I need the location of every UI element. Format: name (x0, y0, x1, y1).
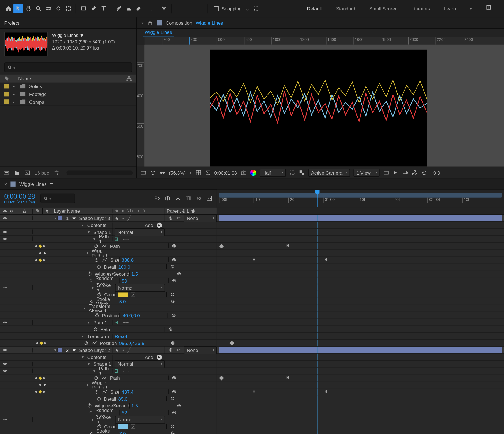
layer-bar[interactable] (219, 347, 502, 353)
prop-group[interactable]: Contents (87, 222, 106, 228)
panel-menu-icon[interactable]: ≡ (22, 20, 25, 25)
project-item[interactable]: ▸Comps (0, 98, 136, 106)
prop-name[interactable]: Detail (104, 264, 116, 269)
prop-value[interactable]: 1.5 (131, 271, 138, 276)
prop-value[interactable]: 388.8 (122, 257, 134, 262)
motion-blur-icon[interactable] (196, 195, 202, 201)
twirl-down-icon[interactable]: ▾ (92, 369, 96, 373)
prop-value[interactable]: 437.4 (122, 389, 134, 394)
prop-value[interactable]: 956.0,436.5 (119, 341, 144, 346)
timeline-row[interactable]: Stroke Width7.0 (0, 430, 504, 434)
lock-column-icon[interactable] (22, 208, 27, 213)
prop-name[interactable]: Size (110, 389, 120, 394)
twirl-icon[interactable]: ▸ (13, 100, 16, 104)
exposure[interactable]: +0.0 (431, 170, 440, 175)
flowchart-icon[interactable] (126, 76, 132, 81)
flowchart2-icon[interactable] (412, 170, 418, 176)
layer-name[interactable]: Shape Layer 2 (79, 348, 110, 353)
add-menu-icon[interactable]: ▸ (157, 222, 162, 228)
expression-icon[interactable] (171, 278, 177, 283)
label-column-icon[interactable] (35, 208, 40, 213)
hand-tool[interactable] (24, 4, 33, 13)
zoom-tool[interactable] (33, 4, 43, 13)
interpret-icon[interactable] (3, 170, 10, 176)
stopwatch-on-icon[interactable] (94, 389, 99, 394)
current-time[interactable]: 0;00;01;03 (214, 170, 237, 175)
prop-group[interactable]: Path 1 (93, 320, 107, 325)
stopwatch-icon[interactable] (90, 431, 94, 434)
color-swatch[interactable] (118, 292, 128, 297)
add-menu-icon[interactable]: ▸ (157, 354, 162, 360)
trash-icon[interactable] (53, 170, 60, 176)
eye-icon[interactable] (3, 285, 7, 290)
roi-icon[interactable] (289, 170, 295, 176)
graph-icon[interactable] (91, 340, 97, 346)
twirl-down-icon[interactable]: ▾ (53, 216, 57, 220)
prop-name[interactable]: Detail (104, 396, 116, 401)
eye-icon[interactable] (3, 236, 7, 241)
timeline-row[interactable]: ▾Path 1 (0, 319, 504, 326)
pickwhip-icon[interactable] (176, 216, 181, 220)
home-icon[interactable] (3, 4, 13, 13)
prop-name[interactable]: Position (102, 313, 119, 318)
expression-icon[interactable] (170, 341, 176, 346)
expression-icon[interactable] (169, 424, 175, 429)
label-color[interactable] (57, 348, 62, 352)
project-item[interactable]: ▸Footage (0, 90, 136, 98)
twirl-down-icon[interactable]: ▾ (81, 355, 85, 359)
graph-icon[interactable] (102, 389, 108, 395)
prop-group[interactable]: Contents (87, 354, 106, 360)
expression-icon[interactable] (168, 348, 174, 352)
prop-name[interactable]: Position (100, 341, 117, 346)
fast-preview-icon[interactable] (393, 170, 399, 176)
comp-subtab[interactable]: Wiggle Lines (143, 29, 174, 36)
clone-stamp-tool[interactable] (124, 4, 133, 13)
prop-value[interactable]: -40.0,0.0 (121, 313, 140, 318)
timeline-row[interactable]: ▾ContentsAdd:▸ (0, 354, 504, 361)
path-shape-icon[interactable] (115, 237, 121, 241)
timeline-row[interactable]: ◂◆▸Size437.4ⲾⲾ (0, 388, 504, 395)
timeline-row[interactable]: ▾Transform: Shape 1 (0, 305, 504, 312)
expression-icon[interactable] (168, 327, 174, 332)
lock-icon[interactable] (147, 20, 153, 26)
twirl-down-icon[interactable]: ▾ (87, 383, 89, 387)
graph-icon[interactable] (102, 257, 108, 263)
timeline-row[interactable]: ▾Path 1 (0, 368, 504, 375)
grid-icon[interactable] (195, 170, 201, 176)
roto-brush-tool[interactable] (149, 4, 158, 13)
layer-name-column[interactable]: Layer Name (52, 208, 113, 214)
panel-menu-icon[interactable]: ≡ (227, 20, 229, 25)
eye-icon[interactable] (3, 417, 7, 422)
layer-bar[interactable] (219, 215, 502, 221)
expression-icon[interactable] (168, 216, 174, 220)
pan-behind-tool[interactable] (63, 4, 73, 13)
solo-column-icon[interactable] (16, 208, 20, 213)
rotation-tool[interactable] (53, 4, 63, 13)
eye-icon[interactable] (3, 320, 7, 325)
project-search[interactable]: ▾ (4, 62, 132, 72)
timeline-row[interactable]: ▾TransformReset (0, 333, 504, 340)
stopwatch-on-icon[interactable] (84, 341, 88, 346)
path-mirror-icon[interactable] (123, 237, 129, 241)
prop-value[interactable]: 5.0 (119, 299, 126, 304)
prop-value[interactable]: 1.5 (131, 403, 138, 408)
expression-icon[interactable] (169, 396, 176, 401)
twirl-icon[interactable]: ▸ (13, 92, 16, 96)
snapshot-icon[interactable] (241, 170, 247, 176)
puppet-tool[interactable] (159, 4, 169, 13)
timeline-search[interactable]: ▾ (40, 194, 75, 203)
draft3d-icon[interactable] (165, 195, 171, 201)
reset-link[interactable]: Reset (115, 334, 127, 339)
audio-column-icon[interactable] (9, 208, 14, 213)
parent-dropdown[interactable]: None (184, 346, 217, 354)
timeline-row[interactable]: ▾Stroke 1Normal (0, 416, 504, 423)
twirl-down-icon[interactable]: ▾ (81, 334, 85, 338)
comp-name[interactable]: Wiggle Lines (196, 20, 223, 25)
prop-value[interactable]: 85.0 (118, 396, 127, 401)
views-dropdown[interactable]: 1 View (353, 169, 379, 177)
twirl-down-icon[interactable]: ▾ (87, 251, 89, 255)
composition-viewport[interactable] (144, 45, 504, 166)
twirl-down-icon[interactable]: ▾ (91, 285, 94, 290)
expression-icon[interactable] (171, 257, 177, 262)
timeline-row[interactable]: ◂◆▸Size388.8ⲾⲾ (0, 257, 504, 264)
